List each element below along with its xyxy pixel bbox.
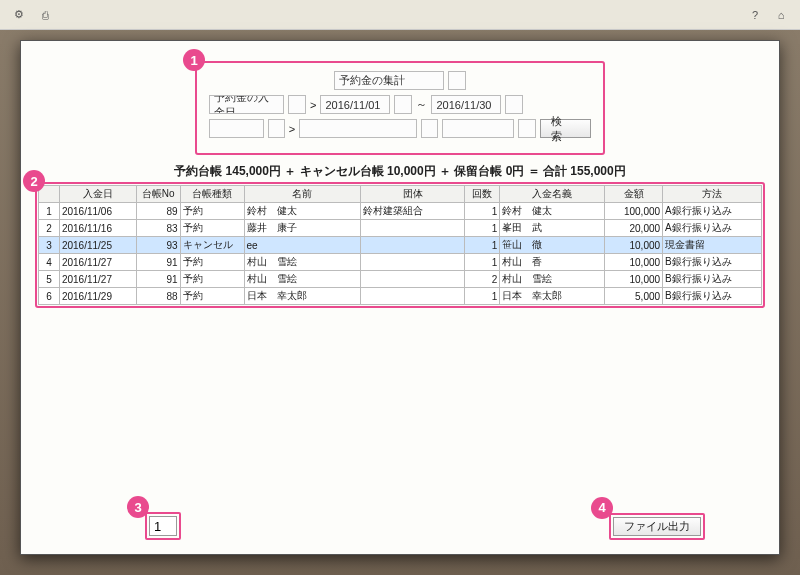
cell-no: 83 xyxy=(136,220,180,237)
cell-cnt: 1 xyxy=(465,237,500,254)
cell-kind: 予約 xyxy=(180,254,244,271)
cell-method: A銀行振り込み xyxy=(663,203,762,220)
cell-amt: 20,000 xyxy=(604,220,662,237)
cell-idx: 4 xyxy=(39,254,60,271)
cell-amt: 10,000 xyxy=(604,271,662,288)
date-to-picker[interactable] xyxy=(505,95,523,114)
gt-symbol-2: > xyxy=(289,123,295,135)
grid-area: 2 入金日台帳No台帳種類名前団体回数入金名義金額方法 12016/11/068… xyxy=(35,182,765,308)
results-table: 入金日台帳No台帳種類名前団体回数入金名義金額方法 12016/11/0689予… xyxy=(38,185,762,305)
date-to-input[interactable]: 2016/11/30 xyxy=(431,95,501,114)
cell-cnt: 1 xyxy=(465,254,500,271)
date-from-picker[interactable] xyxy=(394,95,412,114)
cell-amt: 10,000 xyxy=(604,254,662,271)
col-header[interactable]: 台帳No xyxy=(136,186,180,203)
col-header[interactable]: 金額 xyxy=(604,186,662,203)
cell-payer: 日本 幸太郎 xyxy=(500,288,605,305)
print-icon[interactable]: ⎙ xyxy=(36,6,54,24)
cell-idx: 1 xyxy=(39,203,60,220)
cell-method: 現金書留 xyxy=(663,237,762,254)
cell-kind: 予約 xyxy=(180,271,244,288)
table-row[interactable]: 42016/11/2791予約村山 雪絵1村山 香10,000B銀行振り込み xyxy=(39,254,762,271)
col-header[interactable]: 台帳種類 xyxy=(180,186,244,203)
cell-method: B銀行振り込み xyxy=(663,271,762,288)
date-from-input[interactable]: 2016/11/01 xyxy=(320,95,390,114)
cell-payer: 笹山 徹 xyxy=(500,237,605,254)
filter1-input[interactable] xyxy=(209,119,264,138)
cell-amt: 100,000 xyxy=(604,203,662,220)
filter3-input[interactable] xyxy=(442,119,515,138)
cell-org: 鈴村建築組合 xyxy=(360,203,465,220)
cell-cnt: 1 xyxy=(465,203,500,220)
cell-org xyxy=(360,220,465,237)
cell-payer: 鈴村 健太 xyxy=(500,203,605,220)
cell-no: 91 xyxy=(136,271,180,288)
help-icon[interactable]: ? xyxy=(746,6,764,24)
cell-kind: 予約 xyxy=(180,288,244,305)
range-sep: ～ xyxy=(416,97,427,112)
callout-3: 3 xyxy=(127,496,149,518)
cell-method: B銀行振り込み xyxy=(663,254,762,271)
title-aux-box[interactable] xyxy=(448,71,466,90)
cell-date: 2016/11/27 xyxy=(59,254,136,271)
cell-date: 2016/11/25 xyxy=(59,237,136,254)
search-area: 1 予約金の集計 予約金の入金日 > 2016/11/01 ～ 2016/11/… xyxy=(195,61,605,155)
filter2-input[interactable] xyxy=(299,119,416,138)
cell-org xyxy=(360,237,465,254)
search-button[interactable]: 検 索 xyxy=(540,119,592,138)
topbar: ⚙ ⎙ ? ⌂ xyxy=(0,0,800,30)
cell-name: 村山 雪絵 xyxy=(244,254,360,271)
filter3-aux[interactable] xyxy=(518,119,535,138)
cell-date: 2016/11/27 xyxy=(59,271,136,288)
export-button[interactable]: ファイル出力 xyxy=(613,517,701,536)
page-input[interactable] xyxy=(149,516,177,536)
cell-name: 鈴村 健太 xyxy=(244,203,360,220)
cell-date: 2016/11/16 xyxy=(59,220,136,237)
cell-payer: 峯田 武 xyxy=(500,220,605,237)
cell-cnt: 2 xyxy=(465,271,500,288)
gear-icon[interactable]: ⚙ xyxy=(10,6,28,24)
cell-no: 88 xyxy=(136,288,180,305)
table-row[interactable]: 22016/11/1683予約藤井 康子1峯田 武20,000A銀行振り込み xyxy=(39,220,762,237)
table-row[interactable]: 52016/11/2791予約村山 雪絵2村山 雪絵10,000B銀行振り込み xyxy=(39,271,762,288)
export-box: 4 ファイル出力 xyxy=(609,513,705,540)
cell-method: B銀行振り込み xyxy=(663,288,762,305)
deposit-aux-box[interactable] xyxy=(288,95,306,114)
col-header[interactable]: 回数 xyxy=(465,186,500,203)
cell-idx: 3 xyxy=(39,237,60,254)
filter1-aux[interactable] xyxy=(268,119,285,138)
table-row[interactable]: 62016/11/2988予約日本 幸太郎1日本 幸太郎5,000B銀行振り込み xyxy=(39,288,762,305)
col-header[interactable]: 名前 xyxy=(244,186,360,203)
cell-kind: 予約 xyxy=(180,203,244,220)
table-row[interactable]: 12016/11/0689予約鈴村 健太鈴村建築組合1鈴村 健太100,000A… xyxy=(39,203,762,220)
home-icon[interactable]: ⌂ xyxy=(772,6,790,24)
cell-org xyxy=(360,254,465,271)
main-panel: 1 予約金の集計 予約金の入金日 > 2016/11/01 ～ 2016/11/… xyxy=(20,40,780,555)
cell-idx: 6 xyxy=(39,288,60,305)
cell-name: 村山 雪絵 xyxy=(244,271,360,288)
cell-no: 91 xyxy=(136,254,180,271)
cell-cnt: 1 xyxy=(465,220,500,237)
cell-method: A銀行振り込み xyxy=(663,220,762,237)
cell-payer: 村山 雪絵 xyxy=(500,271,605,288)
col-header[interactable]: 方法 xyxy=(663,186,762,203)
footer: 3 4 ファイル出力 xyxy=(35,512,765,540)
cell-kind: キャンセル xyxy=(180,237,244,254)
cell-cnt: 1 xyxy=(465,288,500,305)
cell-date: 2016/11/06 xyxy=(59,203,136,220)
callout-1: 1 xyxy=(183,49,205,71)
col-header[interactable]: 入金名義 xyxy=(500,186,605,203)
callout-2: 2 xyxy=(23,170,45,192)
cell-name: 藤井 康子 xyxy=(244,220,360,237)
page-box: 3 xyxy=(145,512,181,540)
cell-org xyxy=(360,288,465,305)
col-header[interactable]: 団体 xyxy=(360,186,465,203)
callout-4: 4 xyxy=(591,497,613,519)
cell-name: ee xyxy=(244,237,360,254)
col-header[interactable]: 入金日 xyxy=(59,186,136,203)
cell-idx: 5 xyxy=(39,271,60,288)
table-row[interactable]: 32016/11/2593キャンセルee1笹山 徹10,000現金書留 xyxy=(39,237,762,254)
filter2-aux[interactable] xyxy=(421,119,438,138)
cell-org xyxy=(360,271,465,288)
cell-kind: 予約 xyxy=(180,220,244,237)
